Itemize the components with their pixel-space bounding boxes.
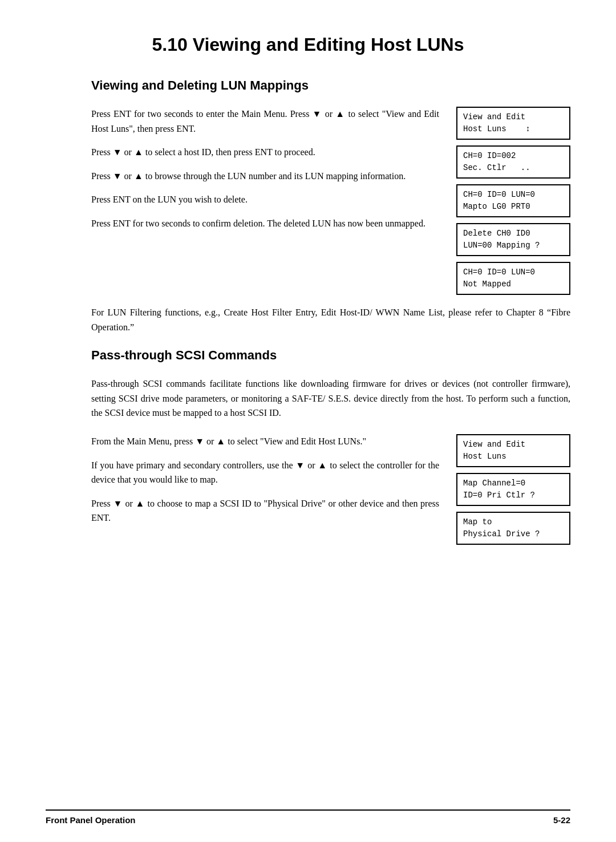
section1-screens: View and Edit Host Luns ↕ CH=0 ID=002 Se… — [456, 107, 570, 295]
lcd-screen-3: CH=0 ID=0 LUN=0 Mapto LG0 PRT0 — [456, 184, 570, 217]
section1-para-1: Press ENT for two seconds to enter the M… — [91, 107, 439, 136]
section1-text-column: Press ENT for two seconds to enter the M… — [91, 107, 439, 240]
section2-para-2: If you have primary and secondary contro… — [91, 458, 439, 487]
footer-left-label: Front Panel Operation — [46, 815, 136, 825]
section2-text-and-screens: From the Main Menu, press ▼ or ▲ to sele… — [91, 434, 570, 545]
lcd-screen-5: CH=0 ID=0 LUN=0 Not Mapped — [456, 262, 570, 295]
section2-screens: View and Edit Host Luns Map Channel=0 ID… — [456, 434, 570, 545]
section2-intro: Pass-through SCSI commands facilitate fu… — [91, 377, 570, 420]
section1-para-2: Press ▼ or ▲ to select a host ID, then p… — [91, 145, 439, 160]
lcd-screen-2: CH=0 ID=002 Sec. Ctlr .. — [456, 145, 570, 179]
section1-para-5: Press ENT for two seconds to confirm del… — [91, 216, 439, 231]
page-footer: Front Panel Operation 5-22 — [46, 809, 570, 825]
section2-heading: Pass-through SCSI Commands — [46, 348, 570, 363]
section1-text-and-screens: Press ENT for two seconds to enter the M… — [91, 107, 570, 295]
section2-para-3: Press ▼ or ▲ to choose to map a SCSI ID … — [91, 496, 439, 525]
section1-note: For LUN Filtering functions, e.g., Creat… — [91, 305, 570, 334]
section1-heading: Viewing and Deleting LUN Mappings — [46, 78, 570, 93]
page-title: 5.10 Viewing and Editing Host LUNs — [46, 34, 570, 55]
section1-content: Press ENT for two seconds to enter the M… — [46, 107, 570, 334]
lcd-screen-7: Map Channel=0 ID=0 Pri Ctlr ? — [456, 473, 570, 506]
footer-page-number: 5-22 — [553, 815, 570, 825]
lcd-screen-1: View and Edit Host Luns ↕ — [456, 107, 570, 140]
section1-para-4: Press ENT on the LUN you wish to delete. — [91, 192, 439, 207]
section2-content: Pass-through SCSI commands facilitate fu… — [46, 377, 570, 545]
section1-para-3: Press ▼ or ▲ to browse through the LUN n… — [91, 169, 439, 184]
lcd-screen-8: Map to Physical Drive ? — [456, 512, 570, 545]
section2-para-1: From the Main Menu, press ▼ or ▲ to sele… — [91, 434, 439, 449]
lcd-screen-4: Delete CH0 ID0 LUN=00 Mapping ? — [456, 223, 570, 256]
lcd-screen-6: View and Edit Host Luns — [456, 434, 570, 467]
section2-text-column: From the Main Menu, press ▼ or ▲ to sele… — [91, 434, 439, 535]
page-container: 5.10 Viewing and Editing Host LUNs Viewi… — [0, 0, 616, 842]
